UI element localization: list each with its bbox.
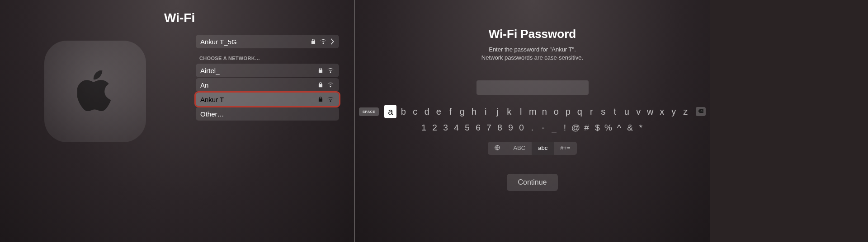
key-k[interactable]: k [504,105,514,118]
lock-icon [317,67,324,74]
network-name: An [200,81,315,89]
wifi-icon [326,67,335,74]
key-i[interactable]: i [481,105,491,118]
key-s[interactable]: s [598,105,608,118]
key-y[interactable]: y [669,105,679,118]
key-t[interactable]: t [610,105,620,118]
password-subtitle: Enter the password for "Ankur T". Networ… [481,46,583,61]
space-key[interactable]: SPACE [359,107,379,116]
key-star[interactable]: * [636,121,646,135]
key-7[interactable]: 7 [484,121,494,135]
key-e[interactable]: e [434,105,443,118]
key-q[interactable]: q [575,105,585,118]
keyboard-globe[interactable] [488,142,507,155]
apple-tv-hero-tile [44,41,146,142]
key-f[interactable]: f [445,105,455,118]
key-c[interactable]: c [410,105,420,118]
key-at[interactable]: @ [571,121,580,135]
key-w[interactable]: w [645,105,655,118]
lock-icon [317,82,324,88]
globe-icon [494,144,500,152]
key-period[interactable]: . [528,121,537,135]
network-row[interactable]: Airtel_ [196,64,339,77]
key-h[interactable]: h [469,105,479,118]
key-z[interactable]: z [680,105,690,118]
wifi-icon [326,82,335,88]
key-d[interactable]: d [422,105,432,118]
key-g[interactable]: g [457,105,467,118]
key-n[interactable]: n [539,105,549,118]
key-8[interactable]: 8 [495,121,505,135]
keyboard-mode-bar: ABC abc #+= [488,142,576,155]
key-r[interactable]: r [586,105,596,118]
keyboard-row-symbols: 1 2 3 4 5 6 7 8 9 0 . - _ ! @ # $ % ^ & … [419,121,646,135]
mode-abc-lower[interactable]: abc [532,142,554,155]
wifi-settings-pane: Wi-Fi Ankur T_5G CHOOSE A NETWORK… Airte… [0,0,355,242]
key-j[interactable]: j [492,105,502,118]
apple-logo-icon [77,70,113,113]
key-a[interactable]: a [384,105,396,118]
lock-icon [310,38,316,45]
key-bang[interactable]: ! [560,121,570,135]
network-name: Airtel_ [200,67,315,74]
key-underscore[interactable]: _ [549,121,559,135]
backspace-key[interactable] [696,107,706,116]
network-name: Ankur T [200,96,315,103]
current-network-name: Ankur T_5G [200,38,307,46]
network-list: Ankur T_5G CHOOSE A NETWORK… Airtel_ An … [196,35,339,121]
other-label: Other… [200,110,335,118]
network-row[interactable]: An [196,78,339,92]
key-dash[interactable]: - [538,121,548,135]
current-network-row[interactable]: Ankur T_5G [196,35,339,48]
chevron-right-icon [330,38,335,45]
key-u[interactable]: u [622,105,632,118]
key-percent[interactable]: % [604,121,613,135]
key-x[interactable]: x [657,105,667,118]
password-input[interactable] [476,80,589,95]
wifi-icon [319,38,327,45]
key-b[interactable]: b [398,105,408,118]
wifi-icon [326,96,335,102]
lock-icon [317,96,324,102]
key-l[interactable]: l [516,105,526,118]
key-p[interactable]: p [563,105,573,118]
key-1[interactable]: 1 [419,121,429,135]
key-4[interactable]: 4 [452,121,461,135]
choose-network-header: CHOOSE A NETWORK… [196,49,339,64]
key-0[interactable]: 0 [517,121,526,135]
continue-button[interactable]: Continue [507,174,557,191]
key-9[interactable]: 9 [506,121,515,135]
key-2[interactable]: 2 [430,121,439,135]
other-network-row[interactable]: Other… [196,107,339,121]
password-title: Wi-Fi Password [489,27,576,41]
network-row-selected[interactable]: Ankur T [196,93,339,106]
mode-abc-upper[interactable]: ABC [507,142,532,155]
key-o[interactable]: o [551,105,561,118]
keyboard-row-letters: SPACE a b c d e f g h i j k l m n o p q … [359,105,706,118]
key-dollar[interactable]: $ [593,121,602,135]
page-title: Wi-Fi [164,11,195,25]
mode-symbols[interactable]: #+= [554,142,576,155]
key-v[interactable]: v [633,105,643,118]
key-3[interactable]: 3 [441,121,450,135]
backspace-icon [698,107,704,116]
key-6[interactable]: 6 [473,121,483,135]
wifi-password-pane: Wi-Fi Password Enter the password for "A… [355,0,710,242]
key-caret[interactable]: ^ [614,121,624,135]
key-m[interactable]: m [528,105,538,118]
key-amp[interactable]: & [625,121,635,135]
key-5[interactable]: 5 [462,121,472,135]
key-hash[interactable]: # [582,121,591,135]
